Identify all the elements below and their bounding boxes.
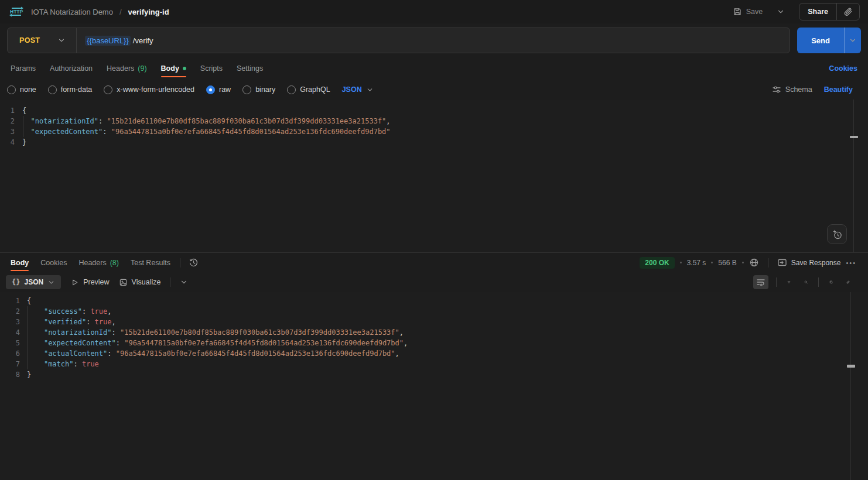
more-options-button[interactable]: •••: [846, 259, 856, 266]
share-button-group: Share: [799, 3, 860, 20]
status-badge[interactable]: 200 OK: [640, 257, 674, 269]
save-response-button[interactable]: Save Response: [777, 258, 841, 267]
send-button[interactable]: Send: [797, 28, 844, 53]
response-toolbar: {} JSON Preview Visualize: [0, 272, 868, 292]
line-number: 3: [0, 317, 27, 327]
toolbar-divider: [818, 277, 819, 287]
url-variable-chip[interactable]: {{baseURL}}: [85, 36, 131, 46]
schema-button[interactable]: Schema: [772, 85, 812, 94]
line-number: 7: [0, 359, 27, 369]
filter-icon[interactable]: [784, 277, 794, 287]
raw-language-selector[interactable]: JSON: [342, 85, 374, 94]
tab-body[interactable]: Body: [154, 57, 193, 80]
response-size[interactable]: 566 B: [718, 259, 736, 267]
chevron-down-icon: [57, 36, 66, 44]
tab-label: Body: [161, 64, 179, 73]
topbar-actions: Save Share: [729, 3, 860, 20]
beautify-button[interactable]: Beautify: [824, 85, 853, 94]
response-body-editor[interactable]: 1{2 "success": true,3 "verified": true,4…: [0, 292, 868, 480]
response-tab-body[interactable]: Body: [5, 253, 35, 272]
copy-link-button[interactable]: [837, 4, 859, 20]
line-number: 4: [0, 137, 22, 148]
url-path: /verify: [133, 36, 153, 45]
copy-icon[interactable]: [826, 277, 836, 287]
network-globe-icon[interactable]: [749, 258, 759, 268]
breadcrumb-request-name[interactable]: verifying-id: [128, 8, 169, 16]
tab-label: Headers: [107, 64, 134, 73]
tab-headers[interactable]: Headers (9): [100, 57, 154, 80]
editor-scroll-ruler: [853, 100, 854, 252]
line-number: 6: [0, 348, 27, 359]
response-tab-test-results[interactable]: Test Results: [125, 253, 176, 272]
postbot-button[interactable]: [827, 224, 847, 244]
format-options-caret[interactable]: [180, 278, 188, 286]
toolbar-divider: [776, 277, 777, 287]
line-number: 5: [0, 338, 27, 348]
save-response-icon: [777, 258, 787, 267]
wrap-text-button[interactable]: [753, 275, 768, 289]
breadcrumb-separator: /: [119, 8, 122, 16]
body-type-binary[interactable]: binary: [242, 85, 275, 94]
tab-authorization[interactable]: Authorization: [43, 57, 100, 80]
body-type-raw[interactable]: raw: [206, 85, 231, 94]
body-type-form-data[interactable]: form-data: [48, 85, 93, 94]
code-line-content: {: [27, 296, 31, 306]
paperclip-icon[interactable]: [843, 277, 853, 287]
radio-label: raw: [219, 85, 231, 94]
tab-label: Authorization: [50, 64, 93, 73]
send-options-caret[interactable]: [844, 28, 861, 53]
line-number: 2: [0, 116, 22, 126]
request-body-code[interactable]: 1{2 "notarizationId": "15b21de61100e7b80…: [0, 105, 868, 148]
share-button[interactable]: Share: [799, 4, 836, 20]
wrap-text-icon: [756, 277, 766, 287]
line-number: 2: [0, 306, 27, 317]
save-button[interactable]: Save: [729, 4, 767, 19]
dot-separator: [711, 262, 713, 263]
cookies-link[interactable]: Cookies: [829, 64, 864, 73]
braces-icon: {}: [12, 278, 20, 286]
body-type-urlencoded[interactable]: x-www-form-urlencoded: [104, 85, 194, 94]
code-line-content: "notarizationId": "15b21de61100e7b80df85…: [27, 327, 404, 338]
dot-separator: [680, 262, 682, 263]
meta-divider: [768, 258, 768, 268]
url-bar: POST {{baseURL}} /verify: [7, 28, 790, 53]
postbot-sparkle-icon: [832, 229, 843, 240]
code-line: 1{: [0, 296, 868, 306]
tab-label: Test Results: [131, 259, 170, 267]
chevron-down-icon: [47, 279, 55, 286]
request-body-editor[interactable]: 1{2 "notarizationId": "15b21de61100e7b80…: [0, 100, 868, 252]
code-line: 5 "expectedContent": "96a5447815a0bf0e7e…: [0, 338, 868, 348]
visualize-button[interactable]: Visualize: [119, 278, 161, 287]
body-type-graphql[interactable]: GraphQL: [287, 85, 330, 94]
code-line-content: "expectedContent": "96a5447815a0bf0e7efa…: [27, 338, 408, 348]
response-tab-headers[interactable]: Headers (8): [73, 253, 125, 272]
response-format-selector[interactable]: {} JSON: [6, 275, 61, 289]
radio-label: x-www-form-urlencoded: [117, 85, 194, 94]
scroll-position-handle[interactable]: [847, 365, 855, 368]
code-line: 4}: [0, 137, 868, 148]
dot-separator: [742, 262, 744, 263]
breadcrumb-workspace[interactable]: IOTA Notarization Demo: [31, 8, 113, 16]
save-options-caret[interactable]: [772, 5, 790, 19]
scroll-position-handle[interactable]: [850, 136, 858, 138]
body-type-none[interactable]: none: [7, 85, 36, 94]
method-selector[interactable]: POST: [8, 28, 76, 53]
tab-label: Cookies: [40, 259, 67, 267]
response-tab-cookies[interactable]: Cookies: [35, 253, 73, 272]
radio-selected-icon: [206, 85, 215, 94]
response-history-button[interactable]: [184, 258, 203, 268]
preview-button[interactable]: Preview: [70, 278, 109, 287]
tab-scripts[interactable]: Scripts: [193, 57, 230, 80]
http-collection-icon: HTTP: [8, 5, 25, 18]
chevron-down-icon: [777, 8, 785, 16]
url-input[interactable]: {{baseURL}} /verify: [77, 36, 153, 46]
tab-settings[interactable]: Settings: [230, 57, 270, 80]
code-line-content: "success": true,: [27, 306, 112, 317]
tab-label: Body: [11, 259, 29, 267]
response-body-code[interactable]: 1{2 "success": true,3 "verified": true,4…: [0, 296, 868, 380]
search-icon[interactable]: [801, 277, 811, 287]
tab-params[interactable]: Params: [4, 57, 43, 80]
tab-count-badge: (9): [138, 64, 146, 73]
preview-label: Preview: [83, 278, 109, 286]
response-time[interactable]: 3.57 s: [687, 259, 706, 267]
